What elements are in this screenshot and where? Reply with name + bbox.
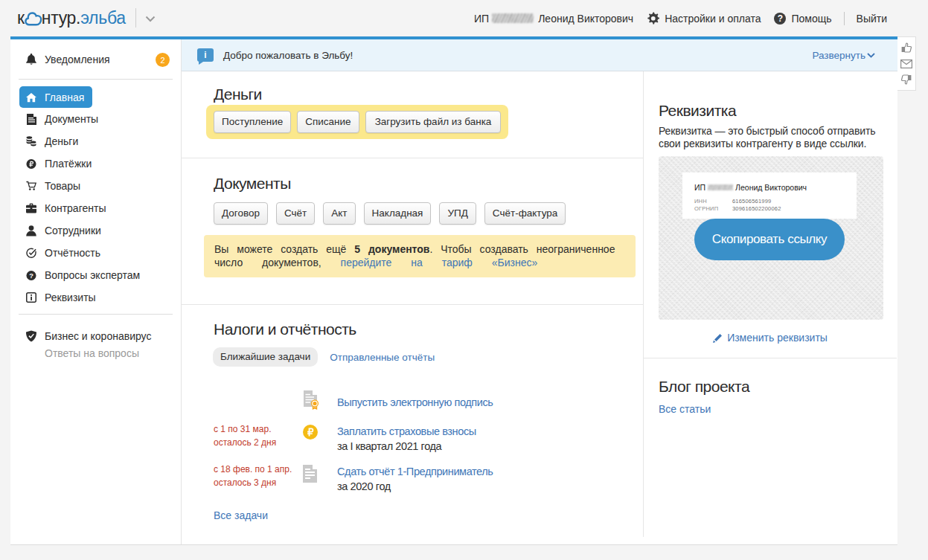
svg-text:?: ? — [29, 271, 33, 279]
